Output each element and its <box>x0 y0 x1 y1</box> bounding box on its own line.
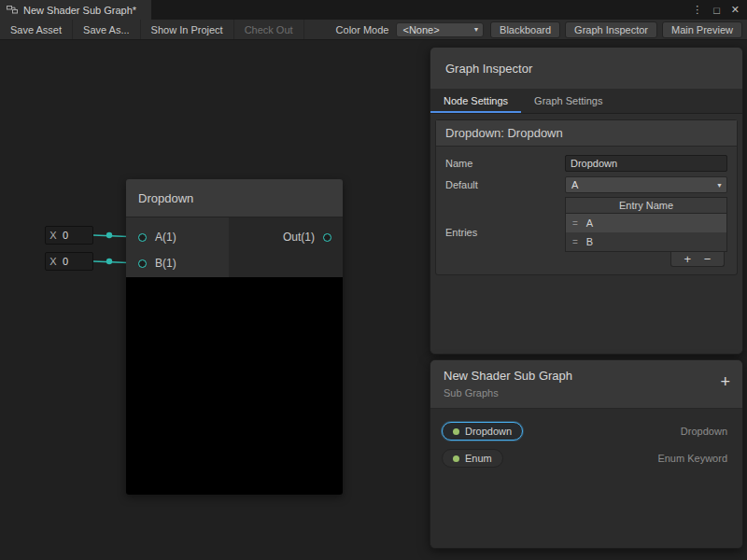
close-icon[interactable]: ✕ <box>731 4 740 16</box>
node-body: A(1) B(1) Out(1) <box>126 217 343 277</box>
blackboard-row: Enum Enum Keyword <box>442 448 731 469</box>
entries-rows: = A = B <box>565 214 727 252</box>
save-asset-button[interactable]: Save Asset <box>0 20 73 39</box>
color-mode-value: <None> <box>402 24 439 35</box>
item-type-label: Dropdown <box>681 426 727 437</box>
entry-value: B <box>586 236 593 247</box>
blackboard-body: Dropdown Dropdown Enum Enum Keyword <box>430 409 742 549</box>
default-value: A <box>571 179 578 190</box>
section-body: Name Default A ▼ Entries Entry Name <box>436 147 737 274</box>
value-a-field[interactable]: 0 <box>61 230 92 241</box>
x-component-label: X <box>46 256 61 267</box>
port-circle-icon[interactable] <box>138 233 147 242</box>
value-b-field[interactable]: 0 <box>61 256 92 267</box>
port-label-a: A(1) <box>155 231 176 244</box>
remove-entry-button[interactable]: − <box>704 253 712 266</box>
node-preview <box>126 277 343 495</box>
tab-node-settings[interactable]: Node Settings <box>430 89 521 113</box>
menu-icon[interactable]: ⋮ <box>692 4 702 16</box>
blackboard-row: Dropdown Dropdown <box>442 421 731 441</box>
tab-new-shader-sub-graph[interactable]: New Shader Sub Graph* <box>0 0 151 20</box>
entries-list: Entry Name = A = B <box>565 197 727 267</box>
blackboard-toggle-button[interactable]: Blackboard <box>490 21 560 38</box>
name-field-row: Name <box>445 154 727 173</box>
input-port-a[interactable]: A(1) <box>126 224 229 250</box>
blackboard-header: New Shader Sub Graph Sub Graphs + <box>430 360 742 409</box>
inline-value-a[interactable]: X 0 <box>45 226 93 245</box>
entry-value: A <box>586 217 593 229</box>
item-label: Dropdown <box>465 426 512 437</box>
inspector-tabs: Node Settings Graph Settings <box>430 89 742 114</box>
port-circle-icon[interactable] <box>323 233 331 242</box>
toolbar-right-group: Blackboard Graph Inspector Main Preview <box>486 20 747 39</box>
entries-field-row: Entries Entry Name = A = B <box>445 197 727 267</box>
node-title[interactable]: Dropdown <box>126 179 343 217</box>
blackboard-panel: New Shader Sub Graph Sub Graphs + Dropdo… <box>430 359 743 549</box>
graph-inspector-panel: Graph Inspector Node Settings Graph Sett… <box>430 47 743 355</box>
port-circle-icon[interactable] <box>138 259 147 268</box>
node-input-section: A(1) B(1) <box>126 217 229 277</box>
entry-row-a[interactable]: = A <box>566 214 726 232</box>
titlebar: New Shader Sub Graph* ⋮ □ ✕ <box>0 0 747 20</box>
shader-graph-icon <box>7 4 18 17</box>
port-label-b: B(1) <box>155 257 176 270</box>
window-controls: ⋮ □ ✕ <box>692 0 740 20</box>
color-mode-dropdown[interactable]: <None> ▼ <box>396 22 484 37</box>
unity-shader-graph-window: New Shader Sub Graph* ⋮ □ ✕ Save Asset S… <box>0 0 747 560</box>
item-type-label: Enum Keyword <box>657 453 727 464</box>
dropdown-node[interactable]: Dropdown A(1) B(1) Out(1) <box>126 179 343 495</box>
entry-row-b[interactable]: = B <box>566 232 726 251</box>
input-port-b[interactable]: B(1) <box>126 250 229 276</box>
node-settings-section: Dropdown: Dropdown Name Default A ▼ <box>435 119 738 275</box>
name-input[interactable] <box>565 155 727 172</box>
chevron-down-icon: ▼ <box>716 182 723 189</box>
blackboard-subtitle: Sub Graphs <box>444 387 729 399</box>
entries-footer: + − <box>565 252 727 267</box>
drag-handle-icon[interactable]: = <box>572 237 578 247</box>
entries-list-header: Entry Name <box>565 197 727 214</box>
tab-graph-settings[interactable]: Graph Settings <box>521 89 615 113</box>
entries-footer-buttons: + − <box>670 252 725 267</box>
default-label: Default <box>445 179 565 190</box>
property-dot-icon <box>453 455 459 462</box>
toolbar: Save Asset Save As... Show In Project Ch… <box>0 20 747 40</box>
drag-handle-icon[interactable]: = <box>572 218 578 229</box>
section-header: Dropdown: Dropdown <box>436 120 737 147</box>
blackboard-title: New Shader Sub Graph <box>444 369 729 383</box>
add-property-button[interactable]: + <box>720 372 730 392</box>
blackboard-item-enum[interactable]: Enum <box>442 449 503 468</box>
item-label: Enum <box>465 453 492 464</box>
entries-label: Entries <box>445 197 565 267</box>
color-mode-label: Color Mode <box>329 20 397 39</box>
graph-inspector-toggle-button[interactable]: Graph Inspector <box>565 21 657 38</box>
tab-title: New Shader Sub Graph* <box>23 5 136 16</box>
x-component-label: X <box>46 230 61 241</box>
maximize-icon[interactable]: □ <box>713 5 720 16</box>
show-in-project-button[interactable]: Show In Project <box>141 20 234 39</box>
output-port[interactable]: Out(1) <box>283 224 331 250</box>
save-as-button[interactable]: Save As... <box>73 20 141 39</box>
blackboard-item-dropdown[interactable]: Dropdown <box>442 422 523 441</box>
port-label-out: Out(1) <box>283 231 315 244</box>
inspector-title: Graph Inspector <box>430 48 742 89</box>
check-out-button: Check Out <box>234 20 304 39</box>
property-dot-icon <box>453 428 459 435</box>
name-label: Name <box>445 158 565 169</box>
chevron-down-icon: ▼ <box>473 26 480 33</box>
main-preview-toggle-button[interactable]: Main Preview <box>662 21 742 38</box>
inline-value-b[interactable]: X 0 <box>45 252 93 271</box>
default-field-row: Default A ▼ <box>445 175 727 194</box>
add-entry-button[interactable]: + <box>684 253 692 266</box>
default-dropdown[interactable]: A ▼ <box>565 176 727 193</box>
inspector-content: Dropdown: Dropdown Name Default A ▼ <box>430 119 742 355</box>
